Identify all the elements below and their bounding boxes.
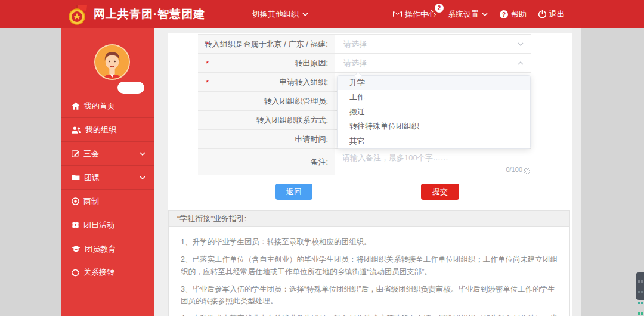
sidebar-item-league-class[interactable]: 团课 [61, 165, 154, 189]
help-link[interactable]: ? 帮助 [500, 9, 527, 20]
form-row-remark: *备注: 0/100 [198, 149, 531, 175]
user-avatar [94, 44, 130, 80]
field-label: 转入团组织管理员: [264, 96, 328, 107]
edit-icon [72, 150, 79, 157]
help-label: 帮助 [511, 9, 527, 20]
action-center-link[interactable]: 操作中心 2 [393, 9, 436, 20]
field-label: 备注: [310, 157, 328, 168]
select-placeholder: 请选择 [343, 39, 367, 49]
sidebar-item-league-day-activities[interactable]: 团日活动 [61, 213, 154, 237]
sidebar-item-relation-transfer[interactable]: 关系接转 [61, 261, 154, 284]
sidebar-item-two-systems[interactable]: 两制 [61, 189, 154, 213]
chevron-down-icon [518, 42, 524, 46]
dropdown-option-gongzuo[interactable]: 工作 [338, 90, 530, 104]
business-guide-panel: “学社衔接”业务指引: 1、升学的毕业学生团员：转接至录取学校相应的团组织。 2… [168, 210, 570, 316]
target-icon [72, 197, 79, 205]
field-label: 转入组织是否属于北京 / 广东 / 福建: [205, 39, 328, 49]
dropdown-option-special-unit[interactable]: 转往特殊单位团组织 [338, 119, 530, 134]
top-header: 网上共青团·智慧团建 切换其他组织 操作中心 2 系统设置 ? 帮助 退出 [0, 0, 644, 28]
chevron-down-icon [302, 13, 308, 16]
question-circle-icon: ? [500, 10, 508, 18]
sidebar-item-label: 团日活动 [83, 220, 114, 231]
chevron-down-icon [482, 13, 488, 16]
sidebar-item-my-organization[interactable]: 我的组织 [61, 117, 154, 141]
chevron-down-icon [140, 152, 145, 156]
system-settings-menu[interactable]: 系统设置 [448, 9, 488, 20]
app-title: 网上共青团·智慧团建 [94, 0, 205, 28]
chevron-down-icon [140, 176, 145, 179]
sidebar-item-three-meetings[interactable]: 三会 [61, 141, 154, 165]
char-counter: 0/100 [506, 166, 522, 173]
transfer-reason-dropdown: 升学 工作 搬迁 转往特殊单位团组织 其它 [337, 75, 531, 149]
home-icon [72, 102, 80, 110]
required-asterisk: * [206, 78, 209, 86]
form-row-transfer-reason: *转出原因: 请选择 [198, 54, 531, 73]
submit-button[interactable]: 提交 [421, 184, 459, 200]
main-content-panel: *转入组织是否属于北京 / 广东 / 福建: 请选择 *转出原因: 请选择 *申… [168, 33, 572, 316]
sidebar: 我的首页 我的组织 三会 团课 两制 团日活 [61, 28, 154, 316]
sidebar-item-label: 团员教育 [85, 244, 116, 255]
target-region-select[interactable]: 请选择 [335, 35, 531, 53]
sidebar-menu: 我的首页 我的组织 三会 团课 两制 团日活 [61, 94, 154, 284]
power-icon [538, 10, 546, 18]
svg-text:?: ? [502, 11, 506, 17]
form-row-target-region: *转入组织是否属于北京 / 广东 / 福建: 请选择 [198, 35, 531, 54]
dropdown-option-shengxue[interactable]: 升学 [338, 76, 530, 90]
scrollbar-track[interactable] [572, 28, 581, 316]
notification-badge: 2 [435, 4, 444, 13]
guide-item-2: 2、已落实工作单位（含自主创业）的毕业学生团员：将团组织关系转接至工作单位团组织… [181, 253, 558, 278]
envelope-icon [393, 11, 402, 17]
sidebar-item-my-home[interactable]: 我的首页 [61, 94, 154, 117]
back-button[interactable]: 返回 [275, 184, 312, 200]
remark-textarea[interactable] [335, 149, 531, 175]
user-name-redacted [117, 82, 144, 94]
chevron-up-icon [518, 61, 524, 65]
clover-icon [72, 221, 79, 229]
sync-icon [72, 269, 79, 277]
graduation-icon [72, 246, 80, 253]
guide-item-4: 4、未升学或未落实就业去向的毕业学生团员：转至居住地或户籍地所在乡镇、街道团组织… [181, 312, 558, 316]
field-label: 申请时间: [295, 134, 328, 145]
app-screen: 网上共青团·智慧团建 切换其他组织 操作中心 2 系统设置 ? 帮助 退出 [0, 0, 644, 316]
sidebar-item-label: 我的组织 [85, 125, 116, 135]
action-center-label: 操作中心 [405, 9, 436, 20]
system-settings-label: 系统设置 [448, 9, 479, 20]
sidebar-item-label: 团课 [84, 172, 100, 183]
logout-label: 退出 [549, 9, 565, 20]
logout-link[interactable]: 退出 [538, 9, 565, 20]
sidebar-item-label: 我的首页 [84, 101, 115, 111]
field-label: 转出原因: [295, 58, 328, 69]
guide-item-1: 1、升学的毕业学生团员：转接至录取学校相应的团组织。 [181, 236, 558, 248]
select-placeholder: 请选择 [343, 58, 367, 69]
sidebar-item-member-education[interactable]: 团员教育 [61, 237, 154, 261]
dropdown-option-banqian[interactable]: 搬迁 [338, 105, 530, 119]
guide-title: “学社衔接”业务指引: [169, 211, 569, 227]
dropdown-option-qita[interactable]: 其它 [338, 134, 530, 148]
guide-item-3: 3、毕业后参军入伍的学生团员：选择“特殊单位团组织”后，由省级团组织负责审核。毕… [181, 283, 558, 308]
field-label: 申请转入组织: [279, 77, 328, 88]
sidebar-item-label: 关系接转 [83, 267, 114, 278]
league-emblem-logo [67, 4, 88, 25]
sidebar-item-label: 两制 [83, 196, 99, 207]
switch-organization-menu[interactable]: 切换其他组织 [252, 0, 308, 28]
folder-icon [72, 174, 80, 181]
transfer-reason-select[interactable]: 请选择 [335, 54, 531, 72]
switch-organization-label: 切换其他组织 [252, 0, 299, 28]
users-icon [72, 126, 81, 134]
field-label: 转入团组织联系方式: [256, 115, 328, 126]
resize-grip-icon[interactable] [524, 168, 530, 174]
sidebar-item-label: 三会 [83, 148, 99, 159]
required-asterisk: * [206, 58, 209, 67]
browser-extension-widget[interactable] [636, 272, 644, 300]
required-asterisk: * [206, 39, 209, 48]
